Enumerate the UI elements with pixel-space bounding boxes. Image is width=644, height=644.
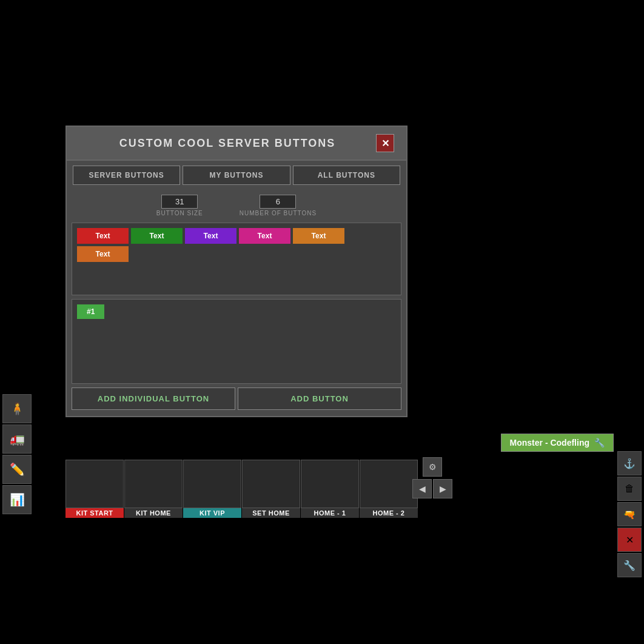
dialog-title: CUSTOM COOL SERVER BUTTONS <box>79 137 376 150</box>
tab-bar: SERVER BUTTONS MY BUTTONS ALL BUTTONS <box>67 161 406 190</box>
num-buttons-input[interactable] <box>260 195 296 209</box>
nav-icons: ⚙ ◀ ▶ <box>412 457 452 498</box>
button-size-input[interactable] <box>161 195 198 209</box>
monster-label-icon: 🔧 <box>594 438 605 448</box>
bottom-btn-kit-vip-img[interactable] <box>183 460 241 508</box>
selection-area: #1 <box>72 299 401 384</box>
bottom-btn-kit-vip-label: KIT VIP <box>183 508 241 518</box>
dialog-header: CUSTOM COOL SERVER BUTTONS ✕ <box>67 127 406 161</box>
bottom-btn-set-home-label: SET HOME <box>242 508 300 518</box>
sidebar-icon-player[interactable]: 🧍 <box>2 394 32 423</box>
buttons-preview-area: Text Text Text Text Text Text <box>72 223 401 295</box>
bottom-btn-kit-vip: KIT VIP <box>183 460 241 518</box>
bottom-buttons-row: KIT START KIT HOME KIT VIP SET HOME HOME… <box>65 460 418 518</box>
preview-btn-0[interactable]: Text <box>77 228 129 244</box>
action-buttons-row: ADD INDIVIDUAL BUTTON ADD BUTTON <box>72 387 401 410</box>
monster-label: Monster - Codefling 🔧 <box>501 434 614 452</box>
right-icon-gun[interactable]: 🔫 <box>617 502 642 526</box>
preview-btn-2[interactable]: Text <box>185 228 236 244</box>
tab-server-buttons[interactable]: SERVER BUTTONS <box>73 166 180 185</box>
nav-arrow-right-icon[interactable]: ▶ <box>433 479 452 498</box>
monster-label-text: Monster - Codefling <box>510 438 589 448</box>
bottom-btn-home-2: HOME - 2 <box>360 460 418 518</box>
left-sidebar: 🧍 🚛 ✏️ 📊 <box>0 392 34 517</box>
add-button[interactable]: ADD BUTTON <box>238 387 401 410</box>
close-button[interactable]: ✕ <box>376 134 394 152</box>
bottom-btn-home-1-img[interactable] <box>301 460 359 508</box>
button-size-group: BUTTON SIZE <box>156 195 203 216</box>
button-size-label: BUTTON SIZE <box>156 210 203 216</box>
bottom-btn-kit-home-label: KIT HOME <box>124 508 183 518</box>
preview-btn-3[interactable]: Text <box>239 228 290 244</box>
settings-row: BUTTON SIZE NUMBER OF BUTTONS <box>67 190 406 219</box>
tab-all-buttons[interactable]: ALL BUTTONS <box>293 166 400 185</box>
main-dialog: CUSTOM COOL SERVER BUTTONS ✕ SERVER BUTT… <box>65 126 408 417</box>
num-buttons-label: NUMBER OF BUTTONS <box>240 210 317 216</box>
bottom-btn-kit-start-img[interactable] <box>65 460 124 508</box>
sidebar-icon-pencil[interactable]: ✏️ <box>2 455 32 484</box>
gear-icon[interactable]: ⚙ <box>423 457 442 477</box>
right-icon-anchor[interactable]: ⚓ <box>617 451 642 475</box>
preview-btn-1[interactable]: Text <box>131 228 183 244</box>
preview-btn-5[interactable]: Text <box>77 246 129 262</box>
nav-arrows: ◀ ▶ <box>412 479 452 498</box>
bottom-btn-home-2-label: HOME - 2 <box>360 508 418 518</box>
bottom-btn-home-1-label: HOME - 1 <box>301 508 359 518</box>
bottom-btn-set-home-img[interactable] <box>242 460 300 508</box>
sidebar-icon-chart[interactable]: 📊 <box>2 485 32 514</box>
add-individual-button[interactable]: ADD INDIVIDUAL BUTTON <box>72 387 235 410</box>
preview-btn-4[interactable]: Text <box>293 228 344 244</box>
right-icon-wrench[interactable]: 🔧 <box>617 553 642 577</box>
preview-buttons-row: Text Text Text Text Text Text <box>77 228 396 262</box>
bottom-btn-set-home: SET HOME <box>242 460 300 518</box>
nav-arrow-left-icon[interactable]: ◀ <box>412 479 432 498</box>
bottom-btn-kit-start-label: KIT START <box>65 508 124 518</box>
tab-my-buttons[interactable]: MY BUTTONS <box>183 166 290 185</box>
sidebar-icon-truck[interactable]: 🚛 <box>2 424 32 454</box>
bottom-btn-home-1: HOME - 1 <box>301 460 359 518</box>
bottom-btn-home-2-img[interactable] <box>360 460 418 508</box>
bottom-btn-kit-home-img[interactable] <box>124 460 183 508</box>
bottom-btn-kit-home: KIT HOME <box>124 460 183 518</box>
right-icon-trash[interactable]: 🗑 <box>617 477 642 501</box>
selected-button-1[interactable]: #1 <box>77 304 104 319</box>
bottom-btn-kit-start: KIT START <box>65 460 124 518</box>
right-panel: ⚓ 🗑 🔫 ✕ 🔧 <box>615 449 644 580</box>
right-icon-close[interactable]: ✕ <box>617 528 642 552</box>
num-buttons-group: NUMBER OF BUTTONS <box>240 195 317 216</box>
